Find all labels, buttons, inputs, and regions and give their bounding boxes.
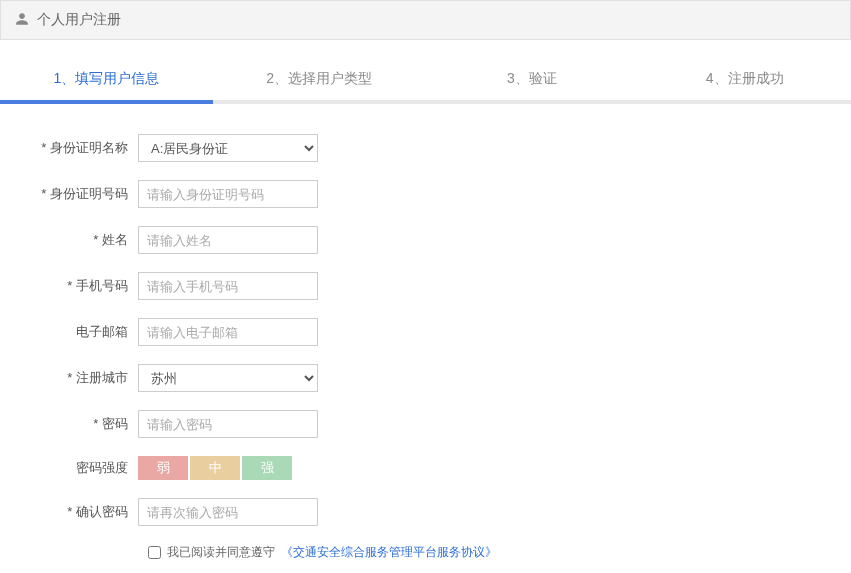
strength-label: 密码强度 (0, 459, 138, 477)
id-number-input[interactable] (138, 180, 318, 208)
header-title: 个人用户注册 (37, 11, 121, 29)
step-tabs: 1、填写用户信息 2、选择用户类型 3、验证 4、注册成功 (0, 60, 851, 100)
mobile-label: * 手机号码 (0, 277, 138, 295)
name-label: * 姓名 (0, 231, 138, 249)
agreement-link[interactable]: 《交通安全综合服务管理平台服务协议》 (281, 544, 497, 561)
id-type-label: * 身份证明名称 (0, 139, 138, 157)
step-2: 2、选择用户类型 (213, 60, 426, 100)
page-header: 个人用户注册 (0, 0, 851, 40)
step-3: 3、验证 (426, 60, 639, 100)
step-4: 4、注册成功 (638, 60, 851, 100)
id-number-label: * 身份证明号码 (0, 185, 138, 203)
city-select[interactable]: 苏州 (138, 364, 318, 392)
strength-mid: 中 (190, 456, 240, 480)
step-1: 1、填写用户信息 (0, 60, 213, 100)
step-progress-1 (0, 100, 213, 104)
confirm-input[interactable] (138, 498, 318, 526)
email-label: 电子邮箱 (0, 323, 138, 341)
agree-text: 我已阅读并同意遵守 (167, 544, 275, 561)
strength-weak: 弱 (138, 456, 188, 480)
agree-checkbox[interactable] (148, 546, 161, 559)
confirm-label: * 确认密码 (0, 503, 138, 521)
user-icon (15, 12, 29, 29)
step-progress-3 (426, 100, 639, 104)
city-label: * 注册城市 (0, 369, 138, 387)
step-progress-2 (213, 100, 426, 104)
registration-form: * 身份证明名称 A:居民身份证 * 身份证明号码 * 姓名 * 手机号码 电子… (0, 134, 851, 573)
step-progress (0, 100, 851, 104)
id-type-select[interactable]: A:居民身份证 (138, 134, 318, 162)
mobile-input[interactable] (138, 272, 318, 300)
name-input[interactable] (138, 226, 318, 254)
email-input[interactable] (138, 318, 318, 346)
password-label: * 密码 (0, 415, 138, 433)
strength-strong: 强 (242, 456, 292, 480)
step-progress-4 (638, 100, 851, 104)
password-strength-meter: 弱 中 强 (138, 456, 292, 480)
password-input[interactable] (138, 410, 318, 438)
